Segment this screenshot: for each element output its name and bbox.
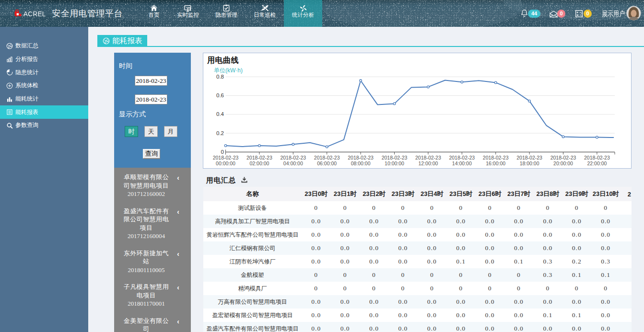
svg-text:22:00:00: 22:00:00: [587, 160, 607, 166]
svg-text:10:00:00: 10:00:00: [385, 160, 404, 166]
svg-text:2018-02-23: 2018-02-23: [483, 155, 509, 160]
svg-text:2018-02-23: 2018-02-23: [280, 155, 306, 160]
svg-text:2018-02-23: 2018-02-23: [246, 155, 272, 160]
svg-text:04:00:00: 04:00:00: [283, 160, 303, 166]
svg-text:00:00:00: 00:00:00: [216, 160, 235, 166]
svg-text:0.2: 0.2: [216, 130, 224, 136]
svg-text:2018-02-23: 2018-02-23: [516, 155, 542, 160]
svg-text:18:00:00: 18:00:00: [520, 160, 539, 166]
svg-text:02:00:00: 02:00:00: [249, 160, 269, 166]
svg-text:08:00:00: 08:00:00: [351, 160, 371, 166]
svg-text:2018-02-23: 2018-02-23: [550, 155, 576, 160]
svg-text:0.6: 0.6: [216, 92, 224, 98]
svg-text:20:00:00: 20:00:00: [553, 160, 573, 166]
svg-text:2018-02-23: 2018-02-23: [314, 155, 340, 160]
svg-text:06:00:00: 06:00:00: [317, 160, 337, 166]
svg-text:2018-02-23: 2018-02-23: [348, 155, 374, 160]
svg-text:2018-02-23: 2018-02-23: [382, 155, 408, 160]
svg-text:2018-02-23: 2018-02-23: [213, 155, 239, 160]
svg-text:12:00:00: 12:00:00: [418, 160, 438, 166]
svg-text:16:00:00: 16:00:00: [486, 160, 505, 166]
svg-text:0: 0: [221, 149, 224, 155]
svg-text:2018-02-23: 2018-02-23: [449, 155, 475, 160]
svg-text:14:00:00: 14:00:00: [452, 160, 472, 166]
svg-text:2018-02-23: 2018-02-23: [584, 155, 610, 160]
svg-text:2018-02-23: 2018-02-23: [415, 155, 441, 160]
svg-text:0.4: 0.4: [216, 111, 224, 117]
